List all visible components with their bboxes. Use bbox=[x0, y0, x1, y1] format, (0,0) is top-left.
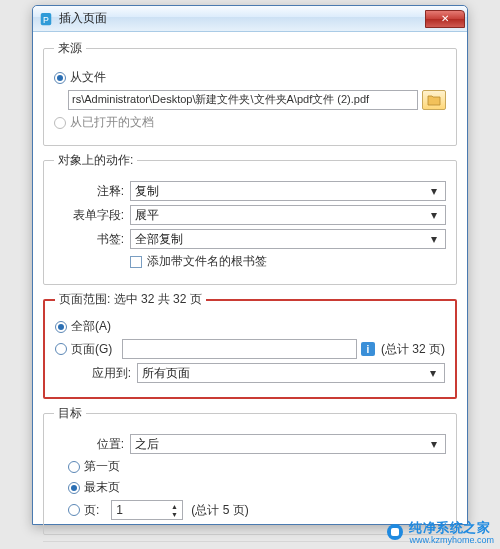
close-icon: ✕ bbox=[441, 13, 449, 24]
groupbox-source: 来源 从文件 rs\Administrator\Desktop\新建文件夹\文件… bbox=[43, 40, 457, 146]
chevron-down-icon: ▾ bbox=[427, 184, 441, 198]
radio-dot-icon bbox=[68, 461, 80, 473]
radio-from-open[interactable]: 从已打开的文档 bbox=[54, 114, 154, 131]
radio-last-label: 最末页 bbox=[84, 479, 120, 496]
select-position[interactable]: 之后▾ bbox=[130, 434, 446, 454]
radio-dot-icon bbox=[68, 482, 80, 494]
legend-source: 来源 bbox=[54, 40, 86, 57]
page-spinner-value: 1 bbox=[116, 503, 123, 517]
radio-first-page[interactable]: 第一页 bbox=[68, 458, 120, 475]
radio-page-label: 页: bbox=[84, 502, 99, 519]
browse-button[interactable] bbox=[422, 90, 446, 110]
label-form: 表单字段: bbox=[54, 207, 124, 224]
chevron-down-icon: ▾ bbox=[427, 208, 441, 222]
label-bookmark: 书签: bbox=[54, 231, 124, 248]
watermark-icon bbox=[387, 524, 403, 540]
spinner-up-icon[interactable]: ▲ bbox=[168, 502, 180, 510]
folder-icon bbox=[427, 94, 441, 106]
label-apply: 应用到: bbox=[55, 365, 131, 382]
radio-dot-icon bbox=[54, 72, 66, 84]
radio-dot-icon bbox=[55, 321, 67, 333]
radio-pages-label: 页面(G) bbox=[71, 341, 112, 358]
spinner-down-icon[interactable]: ▼ bbox=[168, 510, 180, 518]
label-position: 位置: bbox=[54, 436, 124, 453]
dialog-body: 来源 从文件 rs\Administrator\Desktop\新建文件夹\文件… bbox=[33, 32, 467, 549]
radio-page-number[interactable]: 页: bbox=[68, 502, 99, 519]
radio-pages[interactable]: 页面(G) bbox=[55, 341, 112, 358]
chevron-down-icon: ▾ bbox=[426, 366, 440, 380]
radio-from-file[interactable]: 从文件 bbox=[54, 69, 106, 86]
file-path-input[interactable]: rs\Administrator\Desktop\新建文件夹\文件夹A\pdf文… bbox=[68, 90, 418, 110]
radio-dot-icon bbox=[54, 117, 66, 129]
app-icon: P bbox=[39, 12, 53, 26]
close-button[interactable]: ✕ bbox=[425, 10, 465, 28]
chevron-down-icon: ▾ bbox=[427, 437, 441, 451]
groupbox-destination: 目标 位置: 之后▾ 第一页 最末页 页: 1 ▲▼ (总计 5 页) bbox=[43, 405, 457, 535]
select-annot[interactable]: 复制▾ bbox=[130, 181, 446, 201]
radio-from-open-label: 从已打开的文档 bbox=[70, 114, 154, 131]
select-form-value: 展平 bbox=[135, 207, 159, 224]
groupbox-page-range: 页面范围: 选中 32 共 32 页 全部(A) 页面(G) i (总计 32 … bbox=[43, 291, 457, 399]
watermark-text: 纯净系统之家 bbox=[409, 520, 490, 535]
select-form[interactable]: 展平▾ bbox=[130, 205, 446, 225]
select-apply-value: 所有页面 bbox=[142, 365, 190, 382]
total-pages-label: (总计 32 页) bbox=[381, 341, 445, 358]
dialog-window: P 插入页面 ✕ 来源 从文件 rs\Administrator\Desktop… bbox=[32, 5, 468, 525]
checkbox-label: 添加带文件名的根书签 bbox=[147, 253, 267, 270]
legend-range: 页面范围: 选中 32 共 32 页 bbox=[55, 291, 206, 308]
checkbox-root-bookmark[interactable]: 添加带文件名的根书签 bbox=[130, 253, 267, 270]
titlebar[interactable]: P 插入页面 ✕ bbox=[33, 6, 467, 32]
radio-first-label: 第一页 bbox=[84, 458, 120, 475]
label-annot: 注释: bbox=[54, 183, 124, 200]
select-annot-value: 复制 bbox=[135, 183, 159, 200]
legend-actions: 对象上的动作: bbox=[54, 152, 137, 169]
file-path-value: rs\Administrator\Desktop\新建文件夹\文件夹A\pdf文… bbox=[72, 93, 369, 105]
radio-from-file-label: 从文件 bbox=[70, 69, 106, 86]
select-bookmark[interactable]: 全部复制▾ bbox=[130, 229, 446, 249]
watermark-url: www.kzmyhome.com bbox=[409, 535, 494, 545]
info-icon[interactable]: i bbox=[361, 342, 375, 356]
radio-all-pages[interactable]: 全部(A) bbox=[55, 318, 111, 335]
radio-all-label: 全部(A) bbox=[71, 318, 111, 335]
dest-total-label: (总计 5 页) bbox=[191, 502, 248, 519]
checkbox-icon bbox=[130, 256, 142, 268]
pages-input[interactable] bbox=[122, 339, 357, 359]
select-position-value: 之后 bbox=[135, 436, 159, 453]
radio-last-page[interactable]: 最末页 bbox=[68, 479, 120, 496]
select-apply[interactable]: 所有页面▾ bbox=[137, 363, 445, 383]
watermark: 纯净系统之家 www.kzmyhome.com bbox=[387, 518, 494, 545]
groupbox-actions: 对象上的动作: 注释: 复制▾ 表单字段: 展平▾ 书签: 全部复制▾ 添加带文… bbox=[43, 152, 457, 285]
right-edge bbox=[463, 32, 467, 524]
window-title: 插入页面 bbox=[59, 10, 107, 27]
svg-text:P: P bbox=[43, 14, 49, 24]
radio-dot-icon bbox=[55, 343, 67, 355]
legend-dest: 目标 bbox=[54, 405, 86, 422]
chevron-down-icon: ▾ bbox=[427, 232, 441, 246]
radio-dot-icon bbox=[68, 504, 80, 516]
select-bookmark-value: 全部复制 bbox=[135, 231, 183, 248]
page-spinner[interactable]: 1 ▲▼ bbox=[111, 500, 183, 520]
